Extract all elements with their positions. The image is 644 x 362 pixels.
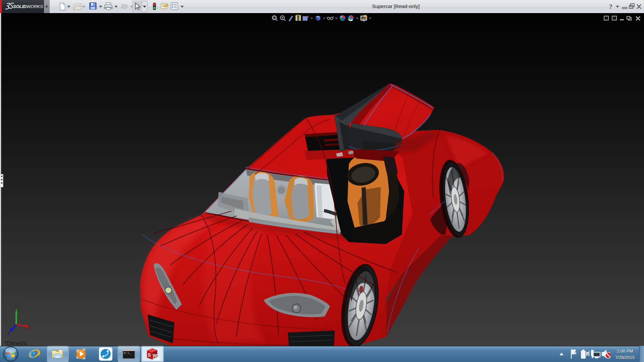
svg-text:C:\_: C:\_ — [124, 352, 131, 355]
svg-text:X: X — [28, 326, 31, 330]
svg-text:?: ? — [609, 3, 612, 10]
svg-text:e: e — [30, 346, 36, 361]
svg-text:SOLIDWORKS: SOLIDWORKS — [13, 4, 43, 9]
svg-text:S: S — [148, 352, 151, 358]
svg-text:2015: 2015 — [152, 357, 160, 361]
svg-text:Z: Z — [7, 331, 10, 336]
svg-text:Y: Y — [15, 303, 17, 308]
